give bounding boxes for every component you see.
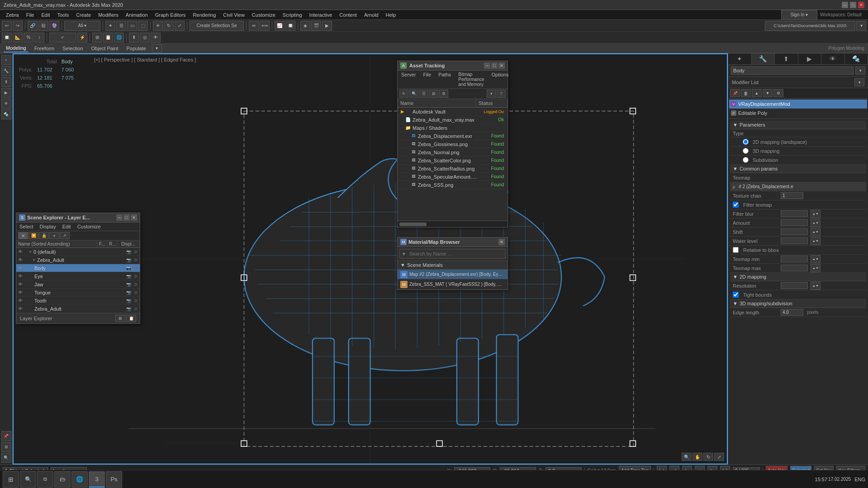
- se-menu-select[interactable]: Select: [16, 223, 37, 231]
- modifier-editable-poly[interactable]: P Editable Poly: [729, 109, 867, 118]
- se-row-zebra-adult-obj[interactable]: 👁 Zebra_Adult 📷 ⚙: [16, 305, 140, 313]
- at-minimize-btn[interactable]: ─: [484, 62, 490, 69]
- common-params-header[interactable]: ▼ Common params: [730, 165, 866, 173]
- tab-create[interactable]: ✦: [728, 53, 752, 64]
- se-export-btn[interactable]: ↗: [60, 232, 70, 239]
- at-options-btn[interactable]: ⚙: [439, 90, 448, 98]
- at-more-btn[interactable]: ▾: [487, 90, 496, 98]
- at-item-normal[interactable]: 🖼 Zebra_Normal.png Found: [398, 148, 508, 156]
- menu-rendering[interactable]: Rendering: [190, 11, 219, 19]
- se-eye-tooth[interactable]: 👁: [17, 298, 24, 304]
- body-options-btn[interactable]: ▾: [855, 66, 865, 75]
- lt-modify[interactable]: 🔧: [1, 66, 11, 76]
- unlink-btn[interactable]: ⛓: [38, 21, 48, 31]
- mb-search-input[interactable]: [407, 250, 503, 257]
- sign-in-btn[interactable]: Sign In ▾: [781, 10, 817, 20]
- mod-add-btn[interactable]: 📌: [730, 89, 740, 97]
- texmap-val-row[interactable]: ρ # 2 (Zebra_Displacement.e: [730, 182, 866, 191]
- amount-input[interactable]: 1.0cm: [781, 219, 808, 226]
- texmap-min-spinner[interactable]: ▲▼: [811, 255, 821, 263]
- menu-zebra[interactable]: Zebra: [3, 11, 22, 19]
- create-selection-btn[interactable]: Create Selection Se: [190, 21, 244, 31]
- material-editor-btn[interactable]: ◈: [300, 21, 310, 31]
- mod-configure-btn[interactable]: ⚙: [773, 89, 783, 97]
- minimize-btn[interactable]: ─: [842, 2, 848, 8]
- tab-modify[interactable]: 🔧: [752, 53, 775, 64]
- at-close-btn[interactable]: ✕: [498, 62, 505, 69]
- shift-input[interactable]: 0.0cm: [781, 228, 808, 235]
- se-lock-btn[interactable]: 🔒: [39, 232, 49, 239]
- asset-tracking-header[interactable]: A Asset Tracking ─ □ ✕: [398, 61, 508, 71]
- se-row-tooth[interactable]: 👁 Tooth 📷 ⚙: [16, 297, 140, 305]
- menu-tools[interactable]: Tools: [54, 11, 72, 19]
- wire-param-btn[interactable]: ⚡: [77, 33, 87, 43]
- render-setup-btn[interactable]: 🎬: [311, 21, 321, 31]
- lt-utilities[interactable]: 🔩: [1, 109, 11, 119]
- at-item-scatterrad[interactable]: 🖼 Zebra_ScatterRadius.png Found: [398, 165, 508, 173]
- menu-graph-editors[interactable]: Graph Editors: [152, 11, 189, 19]
- mod-move-down-btn[interactable]: ▼: [763, 89, 773, 97]
- close-btn[interactable]: ✕: [858, 2, 864, 8]
- tab-display[interactable]: 👁: [821, 53, 845, 64]
- at-item-maps[interactable]: 📁 Maps / Shaders: [398, 124, 508, 132]
- amount-spinner[interactable]: ▲▼: [811, 219, 821, 227]
- modifier-vray-displacement[interactable]: V VRayDisplacementMod: [729, 99, 867, 109]
- layer-mgr-btn[interactable]: 📋: [103, 33, 113, 43]
- filter-blur-spinner[interactable]: ▲▼: [811, 210, 821, 218]
- mirror-btn[interactable]: ⇔: [249, 21, 259, 31]
- mb-item-1[interactable]: M Zebra_SSS_MAT ( VRayFastSSS2 ) [Body, …: [398, 280, 508, 289]
- at-item-scatter[interactable]: 🖼 Zebra_ScatterColor.png Found: [398, 156, 508, 165]
- 3d-mapping-header[interactable]: ▼ 3D mapping/subdivision: [730, 299, 866, 308]
- task-view-btn[interactable]: ⧉: [37, 471, 53, 488]
- se-menu-edit[interactable]: Edit: [59, 223, 74, 231]
- vp-maximize-btn[interactable]: ⤢: [714, 453, 724, 461]
- at-item-gloss[interactable]: 🖼 Zebra_Glossiness.png Found: [398, 140, 508, 148]
- at-item-specular[interactable]: 🖼 Zebra_SpecularAmount.png Found: [398, 173, 508, 181]
- parent-btn[interactable]: ⬆: [129, 33, 139, 43]
- vp-orbit-btn[interactable]: ↻: [703, 453, 713, 461]
- tab-more-btn[interactable]: ▾: [152, 44, 162, 52]
- se-close-btn2[interactable]: ✕: [18, 232, 28, 239]
- snap-toggle-btn[interactable]: 🔲: [2, 33, 12, 43]
- menu-content[interactable]: Content: [336, 11, 360, 19]
- se-row-tongue[interactable]: 👁 Tongue 📷 ⚙: [16, 289, 140, 297]
- se-eye-tongue[interactable]: 👁: [17, 289, 24, 296]
- rotate-btn[interactable]: ↻: [164, 21, 174, 31]
- type-subdiv-radio[interactable]: [743, 157, 749, 163]
- at-help-btn[interactable]: ?: [497, 90, 506, 98]
- se-menu-customize[interactable]: Customize: [74, 223, 104, 231]
- se-close-btn[interactable]: ✕: [131, 214, 137, 221]
- taskbar-app-ps[interactable]: Ps: [106, 471, 122, 488]
- se-row-0default[interactable]: 👁 ▼ 0 (default) 📷 ⚙: [16, 248, 140, 256]
- mat-browser-header[interactable]: M Material/Map Browser ✕: [398, 237, 508, 247]
- at-menu-options[interactable]: Options: [488, 71, 512, 88]
- relative-bbox-check[interactable]: [733, 247, 739, 253]
- tab-object-paint[interactable]: Object Paint: [89, 45, 121, 52]
- params-header[interactable]: ▼ Parameters: [730, 121, 866, 129]
- menu-help[interactable]: Help: [383, 11, 399, 19]
- se-eye-body[interactable]: 👁: [17, 265, 24, 271]
- undo-btn[interactable]: ↩: [2, 21, 12, 31]
- tight-bounds-check[interactable]: [733, 292, 739, 298]
- scale-btn[interactable]: ⤢: [175, 21, 185, 31]
- texmap-max-spinner[interactable]: ▲▼: [811, 264, 821, 272]
- menu-arnold[interactable]: Arnold: [361, 11, 382, 19]
- filter-blur-input[interactable]: 0.0001: [781, 210, 808, 217]
- se-add-btn[interactable]: +: [49, 232, 59, 239]
- taskbar-app-2[interactable]: 🌐: [71, 471, 88, 488]
- at-menu-paths[interactable]: Paths: [435, 71, 455, 88]
- body-name-input[interactable]: [731, 66, 854, 75]
- tab-motion[interactable]: ▶: [798, 53, 822, 64]
- edge-length-input[interactable]: [781, 309, 803, 316]
- select-name-btn[interactable]: ☰: [116, 21, 126, 31]
- lt-spacing[interactable]: ⊞: [1, 442, 11, 452]
- isolate-sel-btn[interactable]: ◎: [140, 33, 150, 43]
- menu-file[interactable]: File: [23, 11, 38, 19]
- scene-explorer-btn[interactable]: 🌐: [114, 33, 124, 43]
- angle-snap-btn[interactable]: 📐: [13, 33, 23, 43]
- menu-scripting[interactable]: Scripting: [280, 11, 305, 19]
- at-menu-bitmap[interactable]: Bitmap Performance and Memory: [455, 71, 488, 88]
- se-row-eye[interactable]: 👁 Eye 📷 ⚙: [16, 272, 140, 280]
- curve-editor-btn[interactable]: 📈: [275, 21, 285, 31]
- tab-selection[interactable]: Selection: [60, 45, 85, 52]
